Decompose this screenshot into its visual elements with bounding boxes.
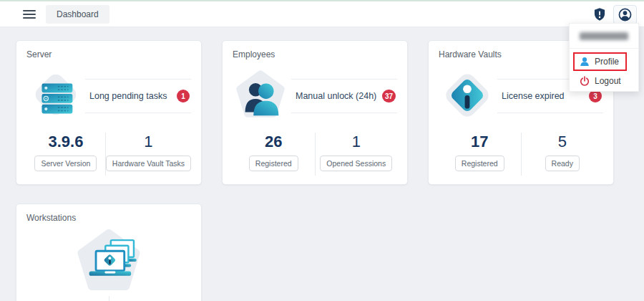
card-title: Server	[26, 49, 191, 59]
user-account-button[interactable]	[613, 5, 637, 24]
stat-registered: 17 Registered	[439, 133, 521, 176]
card-stats	[26, 296, 191, 301]
hardware-vault-icon	[439, 68, 494, 124]
card-server: Server	[16, 40, 202, 185]
profile-label: Profile	[595, 57, 619, 67]
card-title: Employees	[233, 49, 397, 59]
stat-label-pill[interactable]: Registered	[455, 156, 504, 171]
user-dropdown-menu: Profile Logout	[569, 23, 639, 92]
stat-label-pill[interactable]: Ready	[545, 156, 580, 171]
stat-label-pill[interactable]: Opened Sessions	[320, 156, 392, 171]
alert-manual-unlock[interactable]: Manual unlock (24h) 37	[291, 79, 397, 113]
profile-person-icon	[580, 57, 590, 67]
stat-value: 1	[106, 133, 191, 150]
tab-dashboard[interactable]: Dashboard	[46, 5, 109, 24]
stat-right	[109, 296, 192, 301]
shield-exclamation-icon	[592, 6, 607, 22]
hamburger-menu-icon[interactable]	[23, 10, 36, 19]
menu-divider	[570, 48, 638, 49]
alert-label: Long pending tasks	[89, 91, 167, 101]
alert-count-badge: 1	[177, 90, 190, 102]
profile-annotation-highlight: Profile	[573, 52, 627, 71]
topbar: Dashboard	[0, 1, 644, 27]
stat-ready: 5 Ready	[521, 133, 604, 176]
stat-server-version: 3.9.6 Server Version	[26, 133, 105, 176]
alerts-shield-button[interactable]	[592, 6, 607, 22]
stat-value: 5	[522, 133, 604, 150]
stat-label-pill[interactable]: Hardware Vault Tasks	[106, 156, 191, 171]
menu-item-profile[interactable]: Profile	[580, 57, 619, 67]
stat-registered: 26 Registered	[233, 133, 315, 176]
card-stats: 17 Registered 5 Ready	[439, 133, 603, 176]
employees-icon	[233, 68, 288, 124]
stat-value: 1	[316, 133, 398, 150]
card-workstations: Workstations	[16, 204, 202, 301]
dashboard-screen: Dashboard	[0, 0, 644, 301]
stat-value: 3.9.6	[26, 133, 105, 150]
card-title: Workstations	[26, 213, 191, 223]
menu-item-logout[interactable]: Logout	[580, 76, 633, 86]
alert-long-pending-tasks[interactable]: Long pending tasks 1	[85, 79, 191, 113]
card-employees: Employees Manual un	[222, 40, 408, 185]
alert-label: Manual unlock (24h)	[296, 91, 376, 101]
stat-hardware-vault-tasks: 1 Hardware Vault Tasks	[105, 133, 191, 176]
stat-value: 17	[439, 133, 521, 150]
card-stats: 3.9.6 Server Version 1 Hardware Vault Ta…	[26, 133, 191, 176]
user-circle-icon	[618, 7, 633, 22]
logout-label: Logout	[595, 76, 621, 86]
server-stack-icon	[26, 68, 82, 124]
alert-count-badge: 37	[382, 90, 396, 102]
logout-power-icon	[580, 76, 590, 86]
stat-label-pill[interactable]: Registered	[249, 156, 298, 171]
redacted-user-email	[580, 32, 628, 40]
stat-opened-sessions: 1 Opened Sessions	[315, 133, 398, 176]
alert-label: License expired	[502, 91, 565, 101]
stat-label-pill[interactable]: Server Version	[34, 156, 97, 171]
workstations-icon	[72, 227, 146, 293]
stat-left	[26, 296, 109, 301]
stat-value: 26	[233, 133, 315, 150]
card-stats: 26 Registered 1 Opened Sessions	[233, 133, 397, 176]
